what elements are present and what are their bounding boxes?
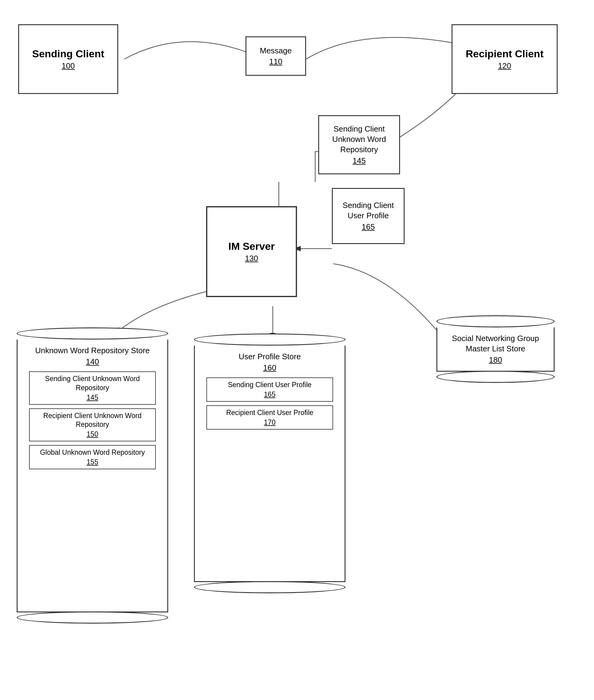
user-profile-store-cylinder-body: User Profile Store 160 Sending Client Us… [194, 346, 345, 582]
uwr-inner-number-3: 155 [33, 458, 152, 466]
uwr-inner-label-2: Recipient Client Unknown Word Repository [33, 411, 152, 429]
social-networking-cylinder-body: Social Networking Group Master List Stor… [436, 327, 555, 372]
user-profile-store-number: 160 [263, 363, 276, 373]
im-server-number: 130 [245, 254, 258, 263]
sending-client-uwr-box: Sending Client Unknown Word Repository 1… [318, 115, 400, 174]
ups-inner-box-1: Sending Client User Profile 165 [206, 377, 333, 402]
uwr-inner-number-2: 150 [33, 430, 152, 438]
ups-inner-box-2: Recipient Client User Profile 170 [206, 405, 333, 429]
uwr-inner-label-1: Sending Client Unknown Word Repository [33, 374, 152, 392]
uwr-store-cylinder-top [17, 327, 168, 340]
recipient-client-box: Recipient Client 120 [452, 24, 558, 94]
recipient-client-number: 120 [498, 61, 511, 71]
sending-client-up-number: 165 [362, 222, 374, 232]
social-networking-cylinder-top [436, 315, 555, 327]
social-networking-label: Social Networking Group Master List Stor… [442, 333, 549, 354]
ups-inner-label-2: Recipient Client User Profile [210, 408, 329, 417]
social-networking-cylinder: Social Networking Group Master List Stor… [436, 315, 555, 383]
user-profile-store-cylinder-bottom [194, 581, 345, 593]
sending-client-uwr-number: 145 [353, 156, 365, 165]
im-server-title: IM Server [228, 240, 274, 253]
uwr-inner-box-2: Recipient Client Unknown Word Repository… [29, 408, 156, 442]
diagram: Sending Client 100 Message 110 Recipient… [0, 0, 594, 700]
sending-client-title: Sending Client [32, 47, 104, 60]
uwr-store-cylinder-bottom [17, 611, 168, 624]
uwr-inner-box-1: Sending Client Unknown Word Repository 1… [29, 371, 156, 405]
user-profile-store-cylinder-top [194, 333, 345, 346]
uwr-store-cylinder-body: Unknown Word Repository Store 140 Sendin… [17, 340, 168, 612]
sending-client-number: 100 [62, 61, 74, 71]
sending-client-up-box: Sending Client User Profile 165 [332, 188, 405, 244]
sending-client-uwr-label: Sending Client Unknown Word Repository [322, 124, 396, 155]
recipient-client-title: Recipient Client [466, 47, 544, 60]
uwr-store-cylinder: Unknown Word Repository Store 140 Sendin… [17, 327, 168, 624]
ups-inner-number-2: 170 [210, 418, 329, 426]
message-label: Message [260, 46, 292, 56]
user-profile-store-label: User Profile Store [238, 352, 301, 362]
uwr-store-number: 140 [86, 357, 99, 367]
uwr-inner-box-3: Global Unknown Word Repository 155 [29, 445, 156, 469]
uwr-store-label: Unknown Word Repository Store [35, 346, 150, 356]
social-networking-number: 180 [489, 355, 502, 365]
ups-inner-label-1: Sending Client User Profile [210, 380, 329, 389]
ups-inner-number-1: 165 [210, 390, 329, 399]
social-networking-cylinder-bottom [436, 371, 555, 383]
uwr-inner-number-1: 145 [33, 393, 152, 402]
im-server-box: IM Server 130 [206, 206, 297, 297]
sending-client-up-label: Sending Client User Profile [336, 200, 401, 221]
message-number: 110 [269, 57, 282, 66]
sending-client-box: Sending Client 100 [18, 24, 118, 94]
user-profile-store-cylinder: User Profile Store 160 Sending Client Us… [194, 333, 345, 593]
uwr-inner-label-3: Global Unknown Word Repository [33, 448, 152, 457]
message-box: Message 110 [245, 36, 306, 76]
